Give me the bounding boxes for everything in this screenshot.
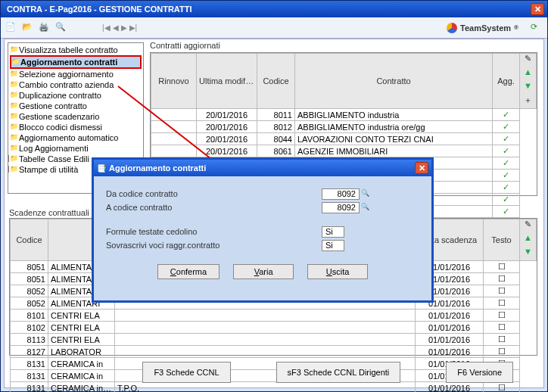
label-formule: Formule testate cedolino <box>106 227 250 236</box>
expand-icon[interactable]: + <box>8 155 9 162</box>
varia-button[interactable]: Varia <box>233 264 294 279</box>
add-row-icon[interactable]: ＋ <box>520 95 536 108</box>
expand-icon[interactable]: + <box>8 166 9 173</box>
tree-item-duplicazione[interactable]: Duplicazione contratto <box>10 90 142 101</box>
close-icon[interactable]: ✕ <box>531 3 544 15</box>
table-row[interactable]: 20/01/20168011ABBIGLIAMENTO industria✓ <box>151 109 537 121</box>
table-row[interactable]: 8102CENTRI ELA01/01/2016☐ <box>11 322 537 334</box>
table-row[interactable]: 8127LABORATOR01/01/2016☐ <box>11 346 537 358</box>
f6-versione-button[interactable]: F6 Versione <box>446 362 513 383</box>
uscita-button[interactable]: Uscita <box>307 264 368 279</box>
dialog-body: Da codice contratto 8092 🔍 A codice cont… <box>94 176 431 285</box>
lookup-icon[interactable]: 🔍 <box>361 189 370 198</box>
brand-logo-icon <box>447 23 457 33</box>
footer-buttons: F3 Schede CCNL sF3 Schede CCNL Dirigenti… <box>5 362 543 383</box>
top-section-label: Contratti aggiornati <box>150 41 220 50</box>
nav-next-icon[interactable]: ▶ <box>121 23 127 32</box>
tree-item-selezione[interactable]: Selezione aggiornamento <box>10 69 142 79</box>
sync-icon[interactable]: ⟳ <box>531 22 543 34</box>
nav-last-icon[interactable]: ▶| <box>129 23 138 32</box>
down-icon[interactable]: ▼ <box>520 247 536 260</box>
titlebar: CONTRA - E-Pag2016 - GESTIONE CONTRATTI … <box>1 1 547 17</box>
nav-icons: |◀ ◀ ▶ ▶| <box>102 23 137 32</box>
main-window: CONTRA - E-Pag2016 - GESTIONE CONTRATTI … <box>0 0 548 392</box>
label-da-codice: Da codice contratto <box>106 189 250 198</box>
tree-item-cambio[interactable]: Cambio contratto azienda <box>10 79 142 90</box>
grid-side-buttons: ✎ ▲ ▼ ＋ <box>520 54 537 109</box>
grid-side-buttons: ✎ ▲ ▼ <box>520 219 537 261</box>
dialog-close-icon[interactable]: ✕ <box>415 162 428 174</box>
tree-item-gestione-scadenzario[interactable]: Gestione scadenzario <box>10 111 142 122</box>
tree-item-log[interactable]: Log Aggiornamenti <box>10 143 142 154</box>
table-row[interactable]: 8113CENTRI ELA01/01/2016☐ <box>11 334 537 346</box>
dialog-title: Aggiornamento contratti <box>109 163 415 173</box>
edit-row-icon[interactable]: ✎ <box>520 219 536 233</box>
tree-item-agg-auto[interactable]: Aggiornamento automatico <box>10 132 142 143</box>
table-row[interactable]: 8101CENTRI ELA01/01/2016☐ <box>11 310 537 322</box>
dialog-buttons: Conferma Varia Uscita <box>106 264 419 279</box>
input-a-codice[interactable]: 8092 <box>322 202 360 213</box>
sf3-schede-button[interactable]: sF3 Schede CCNL Dirigenti <box>276 362 401 383</box>
nav-prev-icon[interactable]: ◀ <box>113 23 119 32</box>
input-sovrascrivi[interactable]: Si <box>322 240 344 251</box>
edit-row-icon[interactable]: ✎ <box>520 54 536 67</box>
tree-item-gestione-contratto[interactable]: Gestione contratto <box>10 101 142 111</box>
new-icon[interactable]: 📄 <box>5 22 17 34</box>
window-title: CONTRA - E-Pag2016 - GESTIONE CONTRATTI <box>4 5 531 14</box>
table-row[interactable]: 8131CERAMICA industriaT.P.O.01/01/2016☐ <box>11 382 537 393</box>
label-a-codice: A codice contratto <box>106 203 250 212</box>
down-icon[interactable]: ▼ <box>520 81 536 95</box>
table-row[interactable]: 20/01/20168061AGENZIE IMMOBILIARI✓ <box>151 145 537 157</box>
up-icon[interactable]: ▲ <box>520 67 536 81</box>
dialog-aggiornamento: 📑 Aggiornamento contratti ✕ Da codice co… <box>92 157 434 303</box>
f3-schede-button[interactable]: F3 Schede CCNL <box>142 362 230 383</box>
up-icon[interactable]: ▲ <box>520 233 536 247</box>
print-icon[interactable]: 🖨️ <box>39 22 51 34</box>
search-icon[interactable]: 🔍 <box>55 22 67 34</box>
toolbar: 📄 📂 🖨️ 🔍 |◀ ◀ ▶ ▶| TeamSystem® ⟳ <box>1 17 547 39</box>
lookup-icon[interactable]: 🔍 <box>361 203 370 212</box>
nav-first-icon[interactable]: |◀ <box>102 23 111 32</box>
dialog-titlebar: 📑 Aggiornamento contratti ✕ <box>94 160 431 176</box>
tree-item-visualizza[interactable]: Visualizza tabelle contratto <box>10 45 142 55</box>
brand: TeamSystem® <box>447 23 518 33</box>
conferma-button[interactable]: Conferma <box>157 264 220 279</box>
tree-item-aggiornamento-contratti[interactable]: Aggiornamento contratti <box>10 55 142 69</box>
input-formule[interactable]: Si <box>322 226 344 238</box>
table-row[interactable]: 20/01/20168044LAVORAZIONI CONTO TERZI CN… <box>151 133 537 145</box>
open-icon[interactable]: 📂 <box>22 22 34 34</box>
dialog-icon: 📑 <box>97 164 106 173</box>
table-row[interactable]: 20/01/20168012ABBIGLIAMENTO industria or… <box>151 121 537 133</box>
label-sovrascrivi: Sovrascrivi voci raggr.contratto <box>106 241 250 250</box>
tree-item-blocco[interactable]: Blocco codici dismessi <box>10 122 142 132</box>
grid-header: Rinnovo Ultima modifica Codice Contratto… <box>151 54 537 109</box>
input-da-codice[interactable]: 8092 <box>322 188 360 200</box>
